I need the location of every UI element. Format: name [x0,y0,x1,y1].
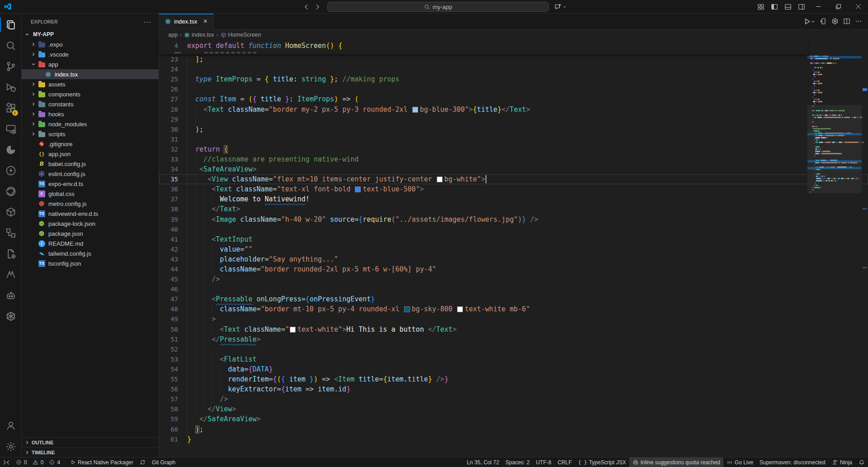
activity-bar-item-ai-robot-icon[interactable] [0,285,22,306]
minimize-button[interactable] [808,0,828,14]
activity-bar-item-extensions-icon[interactable]: ! [0,98,22,119]
activity-bar-item-explorer-icon[interactable] [0,14,22,35]
activity-bar-item-file-settings-icon[interactable] [0,243,22,264]
tree-item--gitignore[interactable]: .gitignore [22,139,159,149]
activity-bar-item-settings-gear-icon[interactable] [0,436,22,457]
code-line-57[interactable]: 57/> [159,394,868,404]
run-on-device-button[interactable] [818,16,828,26]
code-line-39[interactable]: 39<Image className="h-40 w-20" source={r… [159,214,868,224]
tree-item-expo-env-d-ts[interactable]: TSexpo-env.d.ts [22,179,159,189]
code-line-25[interactable]: 25type ItemProps = { title: string }; //… [159,74,868,84]
status-encoding[interactable]: UTF-8 [533,457,554,467]
split-editor-button[interactable] [842,16,852,26]
code-line-51[interactable]: 51</Pressable> [159,334,868,344]
code-line-31[interactable]: 31 [159,134,868,144]
tree-item-constants[interactable]: constants [22,99,159,109]
activity-bar-item-accounts-icon[interactable] [0,415,22,436]
tree-item-package-lock-json[interactable]: JSpackage-lock.json [22,219,159,229]
status-problems[interactable]: 004 [13,457,67,467]
status-language-mode[interactable]: { }TypeScript JSX [575,457,629,467]
tab-index-tsx[interactable]: index.tsx ✕ [159,14,214,29]
activity-bar-item-supermaven-icon[interactable] [0,264,22,285]
tree-item-hooks[interactable]: hooks [22,109,159,119]
status-copilot-quota[interactable]: Inline suggestions quota reached [629,457,723,467]
tree-item-components[interactable]: components [22,89,159,99]
tree-item-tailwind-config-js[interactable]: tailwind.config.js [22,248,159,258]
code-line-36[interactable]: 36<Text className="text-xl font-bold tex… [159,184,868,194]
code-line-24[interactable]: 24 [159,64,868,74]
status-cursor-position[interactable]: Ln 35, Col 72 [464,457,502,467]
more-actions-button[interactable] [854,16,863,26]
code-line-26[interactable]: 26 [159,84,868,94]
status-supermaven-status[interactable]: Supermaven: disconnected [756,457,828,467]
activity-bar-item-codesnap-icon[interactable] [0,139,22,160]
tree-item-app-json[interactable]: {}app.json [22,149,159,159]
tree-item-eslint-config-js[interactable]: eslint.config.js [22,169,159,179]
tree-item-assets[interactable]: assets [22,79,159,89]
code-line-27[interactable]: 27const Item = ({ title }: ItemProps) =>… [159,94,868,104]
activity-bar-item-thunder-client-icon[interactable] [0,160,22,181]
code-line-40[interactable]: 40 [159,224,868,234]
code-line-49[interactable]: 49> [159,314,868,324]
code-line-46[interactable]: 46 [159,284,868,294]
breadcrumb-app[interactable]: app [168,32,178,38]
code-line-37[interactable]: 37Welcome to Nativewind! [159,194,868,204]
code-line-28[interactable]: 28<Text className="border my-2 px-5 py-3… [159,104,868,114]
tree-item--expo[interactable]: .expo [22,39,159,49]
code-line-58[interactable]: 58</View> [159,404,868,414]
forward-button[interactable] [314,3,321,10]
tab-close-icon[interactable]: ✕ [202,17,209,25]
code-line-47[interactable]: 47<Pressable onLongPress={onPressingEven… [159,294,868,304]
activity-bar-item-chatgpt-icon[interactable] [0,306,22,327]
code-line-50[interactable]: 50<Text className="text-white">Hi This i… [159,324,868,334]
code-line-44[interactable]: 44className="border rounded-2xl px-5 mt-… [159,264,868,274]
code-area[interactable]: 23];2425type ItemProps = { title: string… [159,40,868,457]
tree-item-package-json[interactable]: JSpackage.json [22,229,159,238]
tree-item-node-modules[interactable]: node_modules [22,119,159,129]
activity-bar-item-search-icon[interactable] [0,35,22,56]
toggle-panel-button[interactable] [781,0,795,14]
tree-item-metro-config-js[interactable]: metro.config.js [22,199,159,209]
minimap-slider[interactable] [807,105,862,193]
tree-item-babel-config-js[interactable]: Bbabel.config.js [22,159,159,169]
tree-item-scripts[interactable]: scripts [22,129,159,139]
explorer-more-actions-button[interactable]: ··· [144,18,151,25]
code-line-32[interactable]: 32return ( [159,144,868,154]
status-remote-indicator[interactable] [0,457,13,467]
outline-section-header[interactable]: OUTLINE [22,437,159,447]
tree-item-nativewind-env-d-ts[interactable]: TSnativewind-env.d.ts [22,209,159,219]
code-line-55[interactable]: 55renderItem={({ item }) => <Item title=… [159,374,868,384]
code-line-43[interactable]: 43placeholder="Say anything..." [159,254,868,264]
status-sync[interactable] [137,457,149,467]
search-input[interactable]: my-app [327,2,549,12]
status-git-graph[interactable]: Git Graph [149,457,179,467]
minimap[interactable] [807,54,862,457]
code-line-4[interactable]: 4export default function HomeScreen() { [159,40,807,51]
activity-bar-item-run-debug-icon[interactable] [0,77,22,98]
code-line-48[interactable]: 48className="border mt-10 px-5 py-4 roun… [159,304,868,314]
tree-item-tsconfig-json[interactable]: TStsconfig.json [22,258,159,268]
status-indentation[interactable]: Spaces: 2 [502,457,533,467]
breadcrumb-homescreen[interactable]: HomeScreen [221,32,261,38]
activity-bar-item-container-tools-icon[interactable] [0,202,22,223]
activity-bar-item-project-hierarchy-icon[interactable] [0,223,22,243]
status-rn-packager[interactable]: React Native Packager [67,457,137,467]
copilot-chat-button[interactable] [554,3,567,10]
toggle-primary-sidebar-button[interactable] [768,0,781,14]
back-button[interactable] [303,3,310,10]
tree-item-app[interactable]: app [22,59,159,69]
code-line-52[interactable]: 52 [159,344,868,354]
code-line-54[interactable]: 54data={DATA} [159,364,868,374]
code-line-59[interactable]: 59</SafeAreaView> [159,414,868,424]
code-line-61[interactable]: 61} [159,434,868,444]
activity-bar-item-source-control-icon[interactable] [0,56,22,77]
code-line-34[interactable]: 34<SafeAreaView> [159,164,868,174]
chatgpt-button[interactable] [830,16,840,26]
activity-bar-item-edge-devtools-icon[interactable] [0,181,22,202]
code-line-60[interactable]: 60); [159,424,868,434]
maximize-button[interactable] [828,0,848,14]
code-line-45[interactable]: 45/> [159,274,868,284]
code-line-29[interactable]: 29 [159,114,868,124]
code-line-23[interactable]: 23]; [159,54,868,64]
code-line-30[interactable]: 30); [159,124,868,134]
